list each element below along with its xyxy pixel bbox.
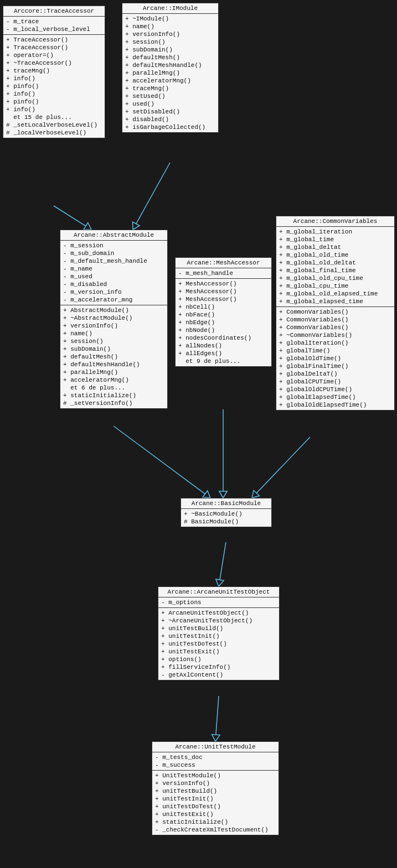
member: + m_global_old_cpu_time	[279, 274, 391, 282]
member: + defaultMesh()	[125, 54, 215, 61]
member: + unitTestDoTest()	[161, 640, 276, 648]
unittestmodule-title: Arcane::UnitTestModule	[152, 742, 279, 752]
member: + globalOldTime()	[279, 355, 391, 362]
member: - m_version_info	[63, 288, 164, 296]
svg-marker-11	[216, 579, 224, 586]
member: + m_global_old_elapsed_time	[279, 290, 391, 298]
member: + ~IModule()	[125, 15, 215, 23]
meshaccessor-attrs: - m_mesh_handle	[176, 268, 271, 279]
member: - m_used	[63, 273, 164, 280]
member: # _localVerboseLevel()	[6, 129, 102, 137]
member: - m_trace	[6, 18, 102, 25]
member: + isGarbageCollected()	[125, 123, 215, 131]
member: + name()	[63, 330, 164, 337]
commonvariables-methods: + CommonVariables() + CommonVariables() …	[276, 307, 394, 410]
member: + nodesCoordinates()	[178, 334, 269, 342]
member: + MeshAccessor()	[178, 288, 269, 295]
member: + acceleratorMng()	[63, 376, 164, 384]
member: # _setVersionInfo()	[63, 399, 164, 407]
member: + globalDeltaT()	[279, 370, 391, 378]
unittestmodule-attrs: - m_tests_doc - m_success	[152, 752, 279, 771]
member: - m_session	[63, 242, 164, 250]
traceAccessor-title: Arccore::TraceAccessor	[3, 6, 105, 17]
member: + nbEdge()	[178, 319, 269, 326]
member: + globalOldCPUTime()	[279, 386, 391, 393]
member: - _checkCreateXmlTestDocument()	[155, 826, 276, 834]
arcaneunittestobject-attrs: - m_options	[158, 597, 279, 608]
member: + disabled()	[125, 116, 215, 123]
unittestmodule-methods: + UnitTestModule() + versionInfo() + uni…	[152, 771, 279, 835]
abstractmodule-attrs: - m_session - m_sub_domain - m_default_m…	[60, 241, 167, 305]
member: et 9 de plus...	[178, 357, 269, 365]
member: - m_accelerator_mng	[63, 296, 164, 304]
member: + acceleratorMng()	[125, 77, 215, 85]
member: + m_global_final_time	[279, 267, 391, 274]
member: + nbNode()	[178, 326, 269, 334]
member: - m_success	[155, 761, 276, 769]
arcaneunittestobject-title: Arcane::ArcaneUnitTestObject	[158, 587, 279, 597]
unittestmodule-box: Arcane::UnitTestModule - m_tests_doc - m…	[152, 741, 279, 835]
member: + AbstractModule()	[63, 306, 164, 314]
member: + m_global_old_deltat	[279, 259, 391, 267]
imodule-methods: + ~IModule() + name() + versionInfo() + …	[122, 14, 218, 132]
member: + unitTestInit()	[161, 632, 276, 640]
member: + traceMng()	[6, 67, 102, 75]
member: - m_name	[63, 265, 164, 273]
member: + parallelMng()	[63, 368, 164, 376]
member: + used()	[125, 100, 215, 108]
svg-line-2	[136, 163, 170, 224]
member: + staticInitialize()	[63, 392, 164, 399]
member: + versionInfo()	[125, 30, 215, 38]
member: + parallelMng()	[125, 69, 215, 77]
svg-marker-3	[133, 222, 140, 230]
commonvariables-box: Arcane::CommonVariables + m_global_itera…	[276, 216, 395, 410]
member: + unitTestDoTest()	[155, 803, 276, 810]
member: + staticInitialize()	[155, 818, 276, 826]
member: + session()	[63, 337, 164, 345]
member: + m_global_elapsed_time	[279, 298, 391, 305]
member: + ~AbstractModule()	[63, 314, 164, 322]
member: - m_tests_doc	[155, 753, 276, 761]
imodule-title: Arcane::IModule	[122, 3, 218, 14]
basicmodule-title: Arcane::BasicModule	[181, 498, 271, 509]
member: + m_global_cpu_time	[279, 282, 391, 290]
member: + TraceAccessor()	[6, 44, 102, 51]
member: + unitTestExit()	[161, 648, 276, 656]
member: + globalIteration()	[279, 339, 391, 347]
abstractmodule-methods: + AbstractModule() + ~AbstractModule() +…	[60, 305, 167, 408]
basicmodule-box: Arcane::BasicModule + ~BasicModule() # B…	[181, 498, 272, 527]
meshaccessor-box: Arcane::MeshAccessor - m_mesh_handle + M…	[175, 257, 272, 367]
member: + CommonVariables()	[279, 316, 391, 324]
svg-line-0	[54, 206, 86, 226]
member: - m_disabled	[63, 280, 164, 288]
svg-marker-9	[252, 490, 259, 498]
member: + name()	[125, 23, 215, 30]
member: + operator=()	[6, 51, 102, 59]
member: + CommonVariables()	[279, 324, 391, 331]
arcaneunittestobject-box: Arcane::ArcaneUnitTestObject - m_options…	[158, 586, 280, 680]
member: + setUsed()	[125, 92, 215, 100]
member: + versionInfo()	[63, 322, 164, 330]
member: + allEdges()	[178, 350, 269, 357]
member: - m_options	[161, 599, 276, 606]
member: + subDomain()	[125, 46, 215, 54]
tracAccessor-box: Arccore::TraceAccessor - m_trace - m_loc…	[3, 6, 105, 138]
member: + unitTestInit()	[155, 795, 276, 803]
arcaneunittestobject-methods: + ArcaneUnitTestObject() + ~ArcaneUnitTe…	[158, 608, 279, 680]
svg-line-8	[256, 437, 310, 493]
svg-line-12	[216, 696, 219, 735]
svg-marker-13	[212, 735, 220, 741]
member: + unitTestBuild()	[155, 787, 276, 795]
member: - m_default_mesh_handle	[63, 257, 164, 265]
member: - m_sub_domain	[63, 250, 164, 257]
member: + nbFace()	[178, 311, 269, 319]
member: + m_global_time	[279, 236, 391, 243]
commonvariables-title: Arcane::CommonVariables	[276, 216, 394, 227]
member: + ~CommonVariables()	[279, 331, 391, 339]
member: + globalElapsedTime()	[279, 393, 391, 401]
member: + ArcaneUnitTestObject()	[161, 609, 276, 617]
member: et 15 de plus...	[6, 113, 102, 121]
member: + defaultMeshHandle()	[63, 361, 164, 368]
member: + ~BasicModule()	[184, 510, 269, 518]
traceAccessor-methods: + TraceAccessor() + TraceAccessor() + op…	[3, 35, 105, 138]
